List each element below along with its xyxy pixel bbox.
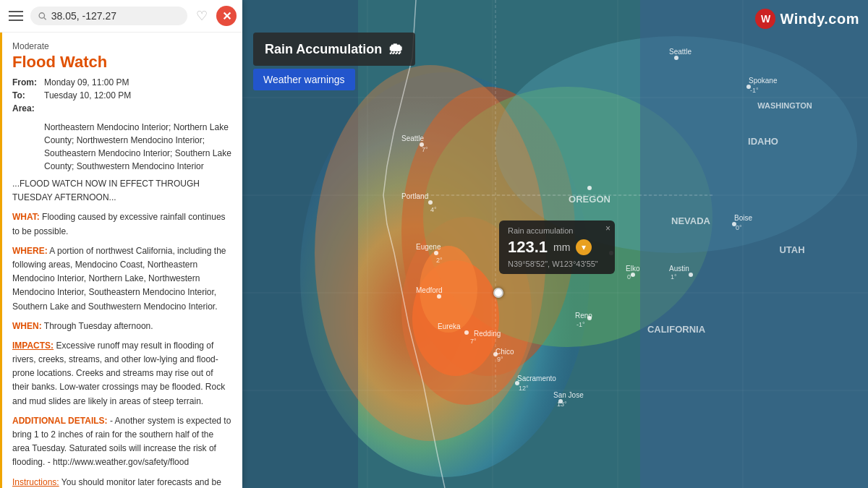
svg-text:CALIFORNIA: CALIFORNIA [647, 324, 706, 335]
svg-text:Medford: Medford [416, 286, 443, 294]
weather-warnings-badge[interactable]: Weather warnings [253, 69, 355, 90]
svg-text:WASHINGTON: WASHINGTON [757, 101, 812, 110]
svg-text:7°: 7° [470, 338, 477, 345]
svg-text:Eugene: Eugene [416, 243, 441, 251]
popup-value: 123.1 [508, 238, 548, 257]
additional-label: ADDITIONAL DETAILS: [12, 416, 108, 426]
warning-to-row: To: Tuesday 10, 12:00 PM [12, 90, 232, 100]
svg-text:12°: 12° [519, 385, 529, 392]
svg-point-37 [674, 56, 678, 60]
from-label: From: [12, 77, 41, 87]
rain-accum-label: Rain Accumulation [265, 42, 382, 57]
popup-chevron[interactable]: ▾ [576, 239, 592, 255]
svg-point-24 [434, 251, 438, 255]
impacts-section: IMPACTS: Excessive runoff may result in … [12, 339, 232, 408]
svg-point-25 [437, 294, 441, 299]
from-value: Monday 09, 11:00 PM [44, 77, 129, 87]
windy-logo-text: Windy.com [780, 11, 859, 27]
svg-text:IDAHO: IDAHO [748, 136, 778, 147]
svg-text:Sacramento: Sacramento [517, 374, 556, 382]
instructions-section: Instructions: You should monitor later f… [12, 476, 232, 488]
popup-unit: mm [553, 241, 570, 253]
windy-logo: W Windy.com [755, 9, 859, 29]
popup-close[interactable]: × [605, 223, 610, 234]
warning-panel[interactable]: Moderate Flood Watch From: Monday 09, 11… [0, 33, 242, 488]
svg-text:OREGON: OREGON [569, 194, 610, 205]
area-label: Area: [12, 103, 41, 114]
map-marker[interactable] [493, 288, 503, 298]
search-icon [38, 11, 47, 21]
svg-text:-1°: -1° [750, 87, 759, 94]
close-icon: ✕ [222, 9, 231, 23]
popup-value-row: 123.1 mm ▾ [508, 238, 606, 257]
svg-rect-9 [640, 0, 868, 488]
svg-text:4°: 4° [430, 206, 437, 213]
what-section: WHAT: Flooding caused by excessive rainf… [12, 210, 232, 238]
svg-text:Austin: Austin [669, 265, 689, 273]
svg-point-32 [587, 186, 592, 190]
svg-text:Reno: Reno [575, 312, 592, 320]
svg-text:NEVADA: NEVADA [671, 215, 711, 226]
popup-title: Rain accumulation [508, 226, 606, 235]
search-input[interactable] [51, 10, 180, 22]
svg-text:7°: 7° [422, 146, 428, 153]
top-bar: ♡ ✕ [0, 0, 242, 33]
warning-area-row: Area: [12, 103, 232, 114]
when-section: WHEN: Through Tuesday afternoon. [12, 320, 232, 333]
to-value: Tuesday 10, 12:00 PM [44, 90, 131, 100]
svg-text:Eureka: Eureka [438, 322, 461, 330]
warning-title: Flood Watch [12, 53, 232, 72]
heart-icon: ♡ [196, 8, 208, 24]
favorites-button[interactable]: ♡ [192, 6, 212, 26]
svg-point-34 [689, 273, 693, 277]
warning-body: ...FLOOD WATCH NOW IN EFFECT THROUGH TUE… [12, 177, 232, 488]
instructions-label: Instructions: [12, 477, 59, 487]
svg-text:0°: 0° [736, 224, 742, 231]
svg-point-26 [464, 330, 469, 335]
svg-text:Redding: Redding [474, 330, 501, 338]
svg-text:13°: 13° [557, 401, 567, 408]
rain-accumulation-badge[interactable]: Rain Accumulation 🌧 [253, 33, 415, 66]
windy-w: W [761, 13, 770, 25]
svg-text:Portland: Portland [401, 192, 428, 200]
svg-text:Spokane: Spokane [749, 77, 778, 85]
when-text: Through Tuesday afternoon. [44, 321, 153, 331]
svg-text:Elko: Elko [626, 265, 640, 273]
svg-line-1 [44, 17, 46, 20]
svg-text:9°: 9° [497, 356, 503, 363]
svg-text:UTAH: UTAH [779, 244, 804, 255]
what-label: WHAT: [12, 212, 40, 222]
warning-from-row: From: Monday 09, 11:00 PM [12, 77, 232, 87]
search-box [30, 7, 187, 25]
where-label: WHERE: [12, 246, 48, 256]
left-panel: ♡ ✕ Moderate Flood Watch From: Monday 09… [0, 0, 242, 488]
svg-text:Boise: Boise [734, 214, 752, 222]
windy-logo-mark: W [755, 9, 775, 29]
when-label: WHEN: [12, 321, 42, 331]
flood-watch-line: ...FLOOD WATCH NOW IN EFFECT THROUGH TUE… [12, 177, 232, 205]
to-label: To: [12, 90, 41, 100]
svg-text:Seattle: Seattle [401, 134, 425, 142]
svg-text:Chico: Chico [495, 348, 514, 356]
area-value: Northeastern Mendocino Interior; Norther… [44, 121, 232, 173]
svg-text:1°: 1° [671, 273, 677, 281]
severity-label: Moderate [12, 41, 232, 51]
svg-text:2°: 2° [436, 257, 443, 264]
where-section: WHERE: A portion of northwest California… [12, 244, 232, 314]
svg-text:San Jose: San Jose [553, 391, 584, 399]
data-popup: × Rain accumulation 123.1 mm ▾ N39°58'52… [499, 221, 615, 274]
popup-coords: N39°58'52", W123°43'55" [508, 260, 606, 268]
close-button[interactable]: ✕ [216, 6, 237, 26]
weather-warnings-label: Weather warnings [263, 74, 345, 85]
impacts-label: IMPACTS: [12, 341, 54, 351]
map-area[interactable]: Seattle Portland Eugene Medford Eureka R… [242, 0, 868, 488]
svg-text:0°: 0° [627, 273, 634, 281]
what-text: Flooding caused by excessive rainfall co… [12, 212, 226, 236]
svg-text:Seattle: Seattle [669, 48, 692, 56]
rain-accum-icon: 🌧 [388, 40, 404, 59]
svg-text:-1°: -1° [576, 321, 585, 328]
menu-button[interactable] [6, 6, 26, 26]
svg-point-0 [39, 13, 44, 18]
svg-point-23 [428, 200, 433, 205]
additional-section: ADDITIONAL DETAILS: - Another system is … [12, 414, 232, 470]
